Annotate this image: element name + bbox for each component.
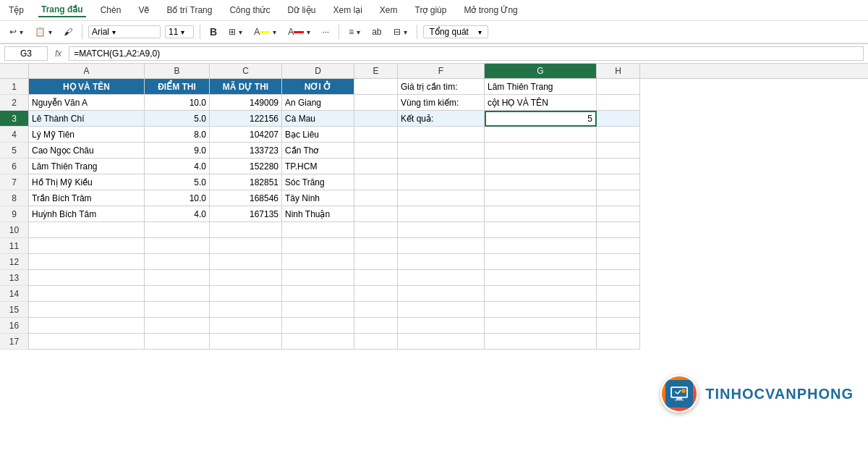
cell-b9[interactable]: 4.0 (145, 206, 210, 222)
cell-b6[interactable]: 4.0 (145, 159, 210, 174)
cell-f2[interactable]: Vùng tìm kiếm: (398, 95, 485, 111)
cell-c14[interactable] (210, 286, 282, 302)
menu-tro-giup[interactable]: Trợ giúp (412, 4, 450, 17)
format-painter-button[interactable]: 🖌 (60, 25, 76, 39)
col-header-g[interactable]: G (485, 64, 597, 78)
cell-g10[interactable] (485, 222, 597, 238)
cell-a9[interactable]: Huỳnh Bích Tâm (29, 206, 145, 222)
cell-e14[interactable] (354, 286, 398, 302)
col-header-h[interactable]: H (597, 64, 640, 78)
cell-h10[interactable] (597, 222, 640, 238)
cell-f5[interactable] (398, 143, 485, 159)
cell-a17[interactable] (29, 334, 145, 350)
cell-d5[interactable]: Cần Thơ (282, 143, 354, 159)
align-left-button[interactable]: ≡▾ (345, 25, 364, 39)
row-num-8[interactable]: 8 (0, 190, 28, 206)
cell-c5[interactable]: 133723 (210, 143, 282, 159)
cell-b8[interactable]: 10.0 (145, 190, 210, 206)
cell-a3[interactable]: Lê Thành Chí (29, 111, 145, 127)
cell-b13[interactable] (145, 270, 210, 286)
cell-e16[interactable] (354, 318, 398, 334)
cell-h16[interactable] (597, 318, 640, 334)
cell-g9[interactable] (485, 206, 597, 222)
cell-h1[interactable] (597, 79, 640, 95)
cell-g11[interactable] (485, 238, 597, 254)
cell-g16[interactable] (485, 318, 597, 334)
cell-d16[interactable] (282, 318, 354, 334)
cell-c2[interactable]: 149009 (210, 95, 282, 111)
clipboard-button[interactable]: 📋▾ (31, 25, 56, 39)
menu-chen[interactable]: Chèn (98, 4, 124, 17)
cell-g7[interactable] (485, 174, 597, 190)
menu-mo-trong[interactable]: Mở trong Ứng (461, 4, 520, 17)
row-num-16[interactable]: 16 (0, 318, 28, 334)
row-num-17[interactable]: 17 (0, 334, 28, 350)
cell-b17[interactable] (145, 334, 210, 350)
cell-b5[interactable]: 9.0 (145, 143, 210, 159)
grid-button[interactable]: ⊞▾ (225, 25, 246, 39)
cell-d8[interactable]: Tây Ninh (282, 190, 354, 206)
col-header-b[interactable]: B (145, 64, 210, 78)
cell-h14[interactable] (597, 286, 640, 302)
cell-c11[interactable] (210, 238, 282, 254)
cell-e2[interactable] (354, 95, 398, 111)
cell-c8[interactable]: 168546 (210, 190, 282, 206)
cell-c3[interactable]: 122156 (210, 111, 282, 127)
menu-trang-dau[interactable]: Trang đầu (38, 3, 86, 17)
cell-e4[interactable] (354, 127, 398, 143)
cell-a2[interactable]: Nguyễn Văn A (29, 95, 145, 111)
cell-f11[interactable] (398, 238, 485, 254)
row-num-12[interactable]: 12 (0, 254, 28, 270)
cell-f6[interactable] (398, 159, 485, 174)
cell-e8[interactable] (354, 190, 398, 206)
cell-b15[interactable] (145, 302, 210, 318)
cell-c12[interactable] (210, 254, 282, 270)
cell-d3[interactable]: Cà Mau (282, 111, 354, 127)
cell-a13[interactable] (29, 270, 145, 286)
cell-h12[interactable] (597, 254, 640, 270)
cell-d4[interactable]: Bạc Liêu (282, 127, 354, 143)
cell-h6[interactable] (597, 159, 640, 174)
cell-f12[interactable] (398, 254, 485, 270)
cell-h8[interactable] (597, 190, 640, 206)
cell-e9[interactable] (354, 206, 398, 222)
cell-a7[interactable]: Hồ Thị Mỹ Kiều (29, 174, 145, 190)
cell-d17[interactable] (282, 334, 354, 350)
cell-a4[interactable]: Lý Mỹ Tiên (29, 127, 145, 143)
cell-e13[interactable] (354, 270, 398, 286)
cell-e5[interactable] (354, 143, 398, 159)
cell-b7[interactable]: 5.0 (145, 174, 210, 190)
cell-f7[interactable] (398, 174, 485, 190)
cell-d1[interactable]: NƠI Ở (282, 79, 354, 95)
col-header-e[interactable]: E (354, 64, 398, 78)
cell-f15[interactable] (398, 302, 485, 318)
cell-b10[interactable] (145, 222, 210, 238)
menu-xem-lai[interactable]: Xem lại (330, 4, 365, 17)
font-selector[interactable]: Arial ▾ (88, 25, 161, 38)
cell-e17[interactable] (354, 334, 398, 350)
cell-g12[interactable] (485, 254, 597, 270)
cell-d9[interactable]: Ninh Thuận (282, 206, 354, 222)
cell-h2[interactable] (597, 95, 640, 111)
cell-c4[interactable]: 104207 (210, 127, 282, 143)
cell-h11[interactable] (597, 238, 640, 254)
row-num-3[interactable]: 3 (0, 111, 28, 127)
cell-e10[interactable] (354, 222, 398, 238)
cell-d2[interactable]: An Giang (282, 95, 354, 111)
cell-g14[interactable] (485, 286, 597, 302)
cell-f8[interactable] (398, 190, 485, 206)
row-num-15[interactable]: 15 (0, 302, 28, 318)
cell-h4[interactable] (597, 127, 640, 143)
cell-c7[interactable]: 182851 (210, 174, 282, 190)
menu-tep[interactable]: Tệp (6, 4, 27, 17)
cell-h7[interactable] (597, 174, 640, 190)
cell-a14[interactable] (29, 286, 145, 302)
cell-f10[interactable] (398, 222, 485, 238)
cell-a15[interactable] (29, 302, 145, 318)
cell-g1[interactable]: Lâm Thiên Trang (485, 79, 597, 95)
cell-reference-input[interactable] (4, 46, 48, 61)
merge-button[interactable]: ⊟▾ (390, 25, 411, 39)
cell-c15[interactable] (210, 302, 282, 318)
cell-h15[interactable] (597, 302, 640, 318)
cell-b1[interactable]: ĐIỂM THI (145, 79, 210, 95)
